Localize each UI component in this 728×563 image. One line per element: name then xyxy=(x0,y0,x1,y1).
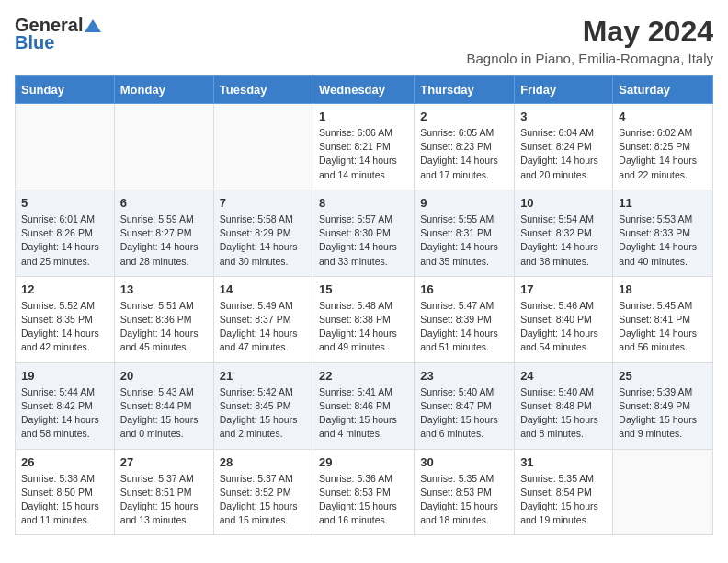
day-number: 15 xyxy=(319,282,408,296)
day-info: Sunrise: 5:41 AMSunset: 8:46 PMDaylight:… xyxy=(319,385,408,442)
day-number: 9 xyxy=(420,196,508,210)
logo-icon xyxy=(85,17,101,34)
calendar-cell: 6Sunrise: 5:59 AMSunset: 8:27 PMDaylight… xyxy=(114,190,213,276)
calendar-cell: 2Sunrise: 6:05 AMSunset: 8:23 PMDaylight… xyxy=(415,104,515,190)
day-number: 17 xyxy=(520,282,607,296)
day-info: Sunrise: 6:02 AMSunset: 8:25 PMDaylight:… xyxy=(619,126,707,182)
calendar-cell: 11Sunrise: 5:53 AMSunset: 8:33 PMDayligh… xyxy=(613,190,713,276)
day-number: 25 xyxy=(619,369,707,383)
calendar-cell: 3Sunrise: 6:04 AMSunset: 8:24 PMDaylight… xyxy=(515,104,613,190)
calendar-week-2: 5Sunrise: 6:01 AMSunset: 8:26 PMDaylight… xyxy=(16,190,713,276)
day-number: 20 xyxy=(120,369,208,383)
day-info: Sunrise: 5:45 AMSunset: 8:41 PMDaylight:… xyxy=(619,299,707,355)
day-number: 3 xyxy=(520,109,607,123)
calendar-cell: 30Sunrise: 5:35 AMSunset: 8:53 PMDayligh… xyxy=(415,449,515,535)
logo-blue-text: Blue xyxy=(15,32,54,53)
day-number: 12 xyxy=(21,282,108,296)
day-info: Sunrise: 5:51 AMSunset: 8:36 PMDaylight:… xyxy=(120,299,208,355)
day-info: Sunrise: 5:44 AMSunset: 8:42 PMDaylight:… xyxy=(21,385,108,442)
calendar-cell xyxy=(613,449,713,535)
day-info: Sunrise: 5:53 AMSunset: 8:33 PMDaylight:… xyxy=(619,213,707,269)
logo: General Blue xyxy=(15,15,101,53)
day-info: Sunrise: 5:39 AMSunset: 8:49 PMDaylight:… xyxy=(619,385,707,442)
day-number: 30 xyxy=(420,455,508,469)
day-info: Sunrise: 5:37 AMSunset: 8:52 PMDaylight:… xyxy=(220,472,307,528)
day-info: Sunrise: 5:42 AMSunset: 8:45 PMDaylight:… xyxy=(220,385,307,442)
day-number: 19 xyxy=(21,369,108,383)
day-header-tuesday: Tuesday xyxy=(213,76,313,104)
calendar-cell xyxy=(16,104,115,190)
day-number: 11 xyxy=(619,196,707,210)
day-info: Sunrise: 5:40 AMSunset: 8:47 PMDaylight:… xyxy=(420,385,508,442)
day-info: Sunrise: 5:49 AMSunset: 8:37 PMDaylight:… xyxy=(220,299,307,355)
calendar-cell: 26Sunrise: 5:38 AMSunset: 8:50 PMDayligh… xyxy=(16,449,115,535)
day-number: 1 xyxy=(319,109,408,123)
page-header: General Blue May 2024 Bagnolo in Piano, … xyxy=(15,15,713,66)
calendar-cell: 29Sunrise: 5:36 AMSunset: 8:53 PMDayligh… xyxy=(313,449,415,535)
calendar-cell: 19Sunrise: 5:44 AMSunset: 8:42 PMDayligh… xyxy=(16,362,115,449)
calendar-cell: 12Sunrise: 5:52 AMSunset: 8:35 PMDayligh… xyxy=(16,276,115,362)
day-number: 7 xyxy=(220,196,307,210)
day-number: 26 xyxy=(21,455,108,469)
calendar-cell: 15Sunrise: 5:48 AMSunset: 8:38 PMDayligh… xyxy=(313,276,415,362)
day-header-saturday: Saturday xyxy=(613,76,713,104)
calendar-cell: 8Sunrise: 5:57 AMSunset: 8:30 PMDaylight… xyxy=(313,190,415,276)
svg-marker-0 xyxy=(85,19,101,32)
day-number: 28 xyxy=(220,455,307,469)
day-number: 29 xyxy=(319,455,408,469)
day-info: Sunrise: 5:37 AMSunset: 8:51 PMDaylight:… xyxy=(120,472,208,528)
day-info: Sunrise: 5:35 AMSunset: 8:53 PMDaylight:… xyxy=(420,472,508,528)
calendar-cell: 23Sunrise: 5:40 AMSunset: 8:47 PMDayligh… xyxy=(415,362,515,449)
calendar-body: 1Sunrise: 6:06 AMSunset: 8:21 PMDaylight… xyxy=(16,104,713,535)
day-info: Sunrise: 5:35 AMSunset: 8:54 PMDaylight:… xyxy=(520,472,607,528)
day-number: 16 xyxy=(420,282,508,296)
day-number: 21 xyxy=(220,369,307,383)
day-info: Sunrise: 5:40 AMSunset: 8:48 PMDaylight:… xyxy=(520,385,607,442)
day-info: Sunrise: 6:06 AMSunset: 8:21 PMDaylight:… xyxy=(319,126,408,182)
day-info: Sunrise: 5:43 AMSunset: 8:44 PMDaylight:… xyxy=(120,385,208,442)
calendar-cell: 25Sunrise: 5:39 AMSunset: 8:49 PMDayligh… xyxy=(613,362,713,449)
day-header-wednesday: Wednesday xyxy=(313,76,415,104)
day-header-friday: Friday xyxy=(515,76,613,104)
day-number: 8 xyxy=(319,196,408,210)
day-info: Sunrise: 5:48 AMSunset: 8:38 PMDaylight:… xyxy=(319,299,408,355)
day-info: Sunrise: 5:46 AMSunset: 8:40 PMDaylight:… xyxy=(520,299,607,355)
day-number: 13 xyxy=(120,282,208,296)
calendar-cell: 7Sunrise: 5:58 AMSunset: 8:29 PMDaylight… xyxy=(213,190,313,276)
main-title: May 2024 xyxy=(467,15,713,49)
days-header-row: SundayMondayTuesdayWednesdayThursdayFrid… xyxy=(16,76,713,104)
day-number: 4 xyxy=(619,109,707,123)
subtitle: Bagnolo in Piano, Emilia-Romagna, Italy xyxy=(467,51,713,66)
title-section: May 2024 Bagnolo in Piano, Emilia-Romagn… xyxy=(467,15,713,66)
calendar-cell: 13Sunrise: 5:51 AMSunset: 8:36 PMDayligh… xyxy=(114,276,213,362)
day-info: Sunrise: 5:52 AMSunset: 8:35 PMDaylight:… xyxy=(21,299,108,355)
day-info: Sunrise: 6:05 AMSunset: 8:23 PMDaylight:… xyxy=(420,126,508,182)
day-number: 23 xyxy=(420,369,508,383)
calendar-cell: 22Sunrise: 5:41 AMSunset: 8:46 PMDayligh… xyxy=(313,362,415,449)
calendar-header: SundayMondayTuesdayWednesdayThursdayFrid… xyxy=(16,76,713,104)
calendar-cell: 28Sunrise: 5:37 AMSunset: 8:52 PMDayligh… xyxy=(213,449,313,535)
day-number: 2 xyxy=(420,109,508,123)
calendar-week-1: 1Sunrise: 6:06 AMSunset: 8:21 PMDaylight… xyxy=(16,104,713,190)
calendar-cell: 4Sunrise: 6:02 AMSunset: 8:25 PMDaylight… xyxy=(613,104,713,190)
day-info: Sunrise: 5:54 AMSunset: 8:32 PMDaylight:… xyxy=(520,213,607,269)
day-info: Sunrise: 5:55 AMSunset: 8:31 PMDaylight:… xyxy=(420,213,508,269)
calendar-cell: 31Sunrise: 5:35 AMSunset: 8:54 PMDayligh… xyxy=(515,449,613,535)
day-header-monday: Monday xyxy=(114,76,213,104)
day-number: 14 xyxy=(220,282,307,296)
day-info: Sunrise: 5:47 AMSunset: 8:39 PMDaylight:… xyxy=(420,299,508,355)
calendar-cell: 14Sunrise: 5:49 AMSunset: 8:37 PMDayligh… xyxy=(213,276,313,362)
day-info: Sunrise: 5:57 AMSunset: 8:30 PMDaylight:… xyxy=(319,213,408,269)
day-info: Sunrise: 6:04 AMSunset: 8:24 PMDaylight:… xyxy=(520,126,607,182)
calendar-week-5: 26Sunrise: 5:38 AMSunset: 8:50 PMDayligh… xyxy=(16,449,713,535)
calendar-cell: 17Sunrise: 5:46 AMSunset: 8:40 PMDayligh… xyxy=(515,276,613,362)
day-number: 22 xyxy=(319,369,408,383)
day-number: 18 xyxy=(619,282,707,296)
calendar-week-3: 12Sunrise: 5:52 AMSunset: 8:35 PMDayligh… xyxy=(16,276,713,362)
day-number: 5 xyxy=(21,196,108,210)
day-info: Sunrise: 5:59 AMSunset: 8:27 PMDaylight:… xyxy=(120,213,208,269)
day-info: Sunrise: 6:01 AMSunset: 8:26 PMDaylight:… xyxy=(21,213,108,269)
calendar-cell: 20Sunrise: 5:43 AMSunset: 8:44 PMDayligh… xyxy=(114,362,213,449)
day-header-sunday: Sunday xyxy=(16,76,115,104)
day-number: 10 xyxy=(520,196,607,210)
